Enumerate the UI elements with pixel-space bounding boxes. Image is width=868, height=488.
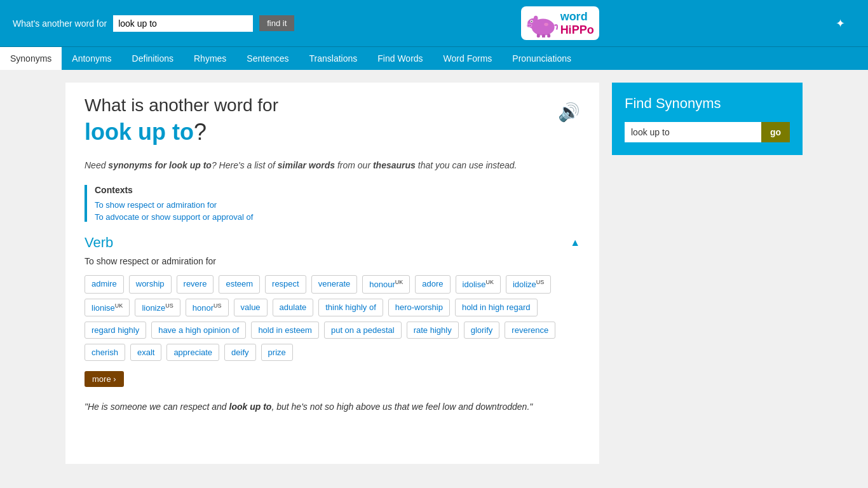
word-chip[interactable]: think highly of [318,299,383,316]
logo-word: word [560,10,588,23]
svg-point-7 [529,25,531,26]
svg-rect-9 [542,34,545,37]
context-link-2[interactable]: To advocate or show support or approval … [95,212,580,222]
word-chip[interactable]: hold in high regard [455,299,538,316]
svg-point-11 [544,23,548,26]
svg-point-4 [534,16,538,21]
sound-icon[interactable]: 🔊 [558,102,580,123]
nav-item-find-words[interactable]: Find Words [367,47,433,70]
word-chip[interactable]: hero-worship [388,299,450,316]
logo-text: word HiPPo [560,10,594,37]
word-chip[interactable]: cherish [85,344,125,361]
word-chip[interactable]: put on a pedestal [324,322,402,339]
nav-item-sentences[interactable]: Sentences [236,47,299,70]
word-chip[interactable]: have a high opinion of [151,322,246,339]
word-chip[interactable]: glorify [464,322,500,339]
nav-item-word-forms[interactable]: Word Forms [433,47,503,70]
page-title-block: What is another word for look up to? [85,95,580,146]
nav-item-rhymes[interactable]: Rhymes [184,47,236,70]
word-chip[interactable]: revere [177,275,214,293]
word-chip[interactable]: honourUK [362,275,410,293]
word-chip[interactable]: honorUS [186,299,229,316]
hippo-logo-icon [526,9,558,37]
word-chip[interactable]: deify [224,344,255,361]
go-button[interactable]: go [761,122,790,142]
synonym-input[interactable] [625,122,761,142]
word-chip[interactable]: respect [265,275,306,293]
word-chip[interactable]: lionizeUS [135,299,180,316]
word-chip[interactable]: lioniseUK [85,299,130,316]
word-chip[interactable]: admire [85,275,124,293]
word-chip[interactable]: rate highly [407,322,459,339]
top-bar: What's another word for find it [0,0,868,46]
word-chip[interactable]: worship [129,275,172,293]
context-link-1[interactable]: To show respect or admiration for [95,200,580,210]
word-chips: admireworshiprevereesteemrespectvenerate… [85,275,580,361]
word-chip[interactable]: hold in esteem [251,322,319,339]
word-chip[interactable]: value [234,299,268,316]
svg-rect-8 [536,34,539,37]
nav-item-antonyms[interactable]: Antonyms [62,47,121,70]
svg-point-6 [528,25,529,26]
word-chip[interactable]: exalt [130,344,161,361]
more-button[interactable]: more [85,371,124,387]
page-title-word-row: look up to? [85,119,580,146]
svg-rect-10 [547,34,550,37]
page-title-word: look up to [85,119,194,145]
nav-item-definitions[interactable]: Definitions [122,47,184,70]
collapse-arrow-icon[interactable]: ▲ [570,237,580,248]
logo-area: word HiPPo [521,6,599,40]
word-chip[interactable]: idolizeUS [506,275,551,293]
content-area: 🔊 What is another word for look up to? N… [65,83,599,464]
word-chip[interactable]: prize [261,344,293,361]
synonym-search-row: go [625,122,790,142]
word-chip[interactable]: idoliseUK [456,275,501,293]
description: Need synonyms for look up to? Here's a l… [85,158,580,172]
logo-hippo: HiPPo [560,24,594,36]
svg-point-3 [531,21,532,22]
verb-title: Verb [85,234,113,251]
nav-item-translations[interactable]: Translations [299,47,368,70]
page-title-suffix: ? [194,119,207,145]
find-synonyms-title: Find Synonyms [625,95,790,112]
quote-box: "He is someone we can respect and look u… [85,400,580,414]
word-chip[interactable]: esteem [219,275,260,293]
find-it-button[interactable]: find it [259,15,294,31]
word-chip[interactable]: reverence [505,322,555,339]
sidebar: Find Synonyms go [612,83,803,464]
verb-context: To show respect or admiration for [85,256,580,266]
star-icon[interactable]: ✦ [825,10,855,37]
word-chip[interactable]: regard highly [85,322,146,339]
word-chip[interactable]: adore [415,275,450,293]
quote-text: "He is someone we can respect and look u… [85,402,532,412]
verb-header: Verb ▲ [85,234,580,251]
main-layout: 🔊 What is another word for look up to? N… [53,70,815,477]
contexts-box: Contexts To show respect or admiration f… [85,185,580,222]
nav-item-synonyms[interactable]: Synonyms [0,47,62,70]
word-chip[interactable]: venerate [311,275,358,293]
contexts-title: Contexts [95,185,580,195]
page-title-static: What is another word for [85,95,580,116]
nav-item-pronunciations[interactable]: Pronunciations [502,47,581,70]
logo-container: word HiPPo [521,6,599,40]
search-input[interactable] [113,15,253,32]
nav-bar: Synonyms Antonyms Definitions Rhymes Sen… [0,46,868,70]
search-label: What's another word for [13,18,107,29]
find-synonyms-box: Find Synonyms go [612,83,803,155]
word-chip[interactable]: adulate [273,299,314,316]
word-chip[interactable]: appreciate [166,344,219,361]
svg-point-5 [527,24,532,27]
